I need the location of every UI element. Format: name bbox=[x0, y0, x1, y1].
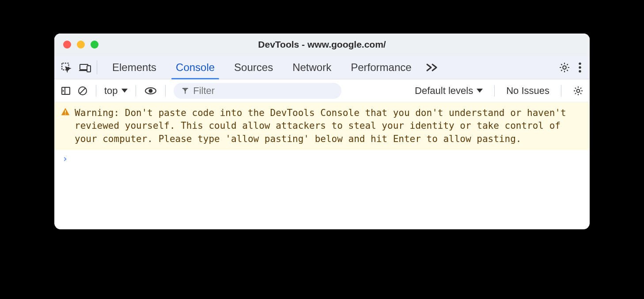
svg-point-5 bbox=[579, 62, 581, 64]
filter-icon bbox=[182, 87, 189, 95]
prompt-chevron-icon: › bbox=[62, 153, 68, 164]
tab-network[interactable]: Network bbox=[283, 56, 341, 79]
issues-counter[interactable]: No Issues bbox=[506, 85, 549, 97]
devtools-window: DevTools - www.google.com/ Elements Cons… bbox=[54, 34, 590, 229]
levels-label: Default levels bbox=[415, 85, 473, 97]
console-warning-row: Warning: Don't paste code into the DevTo… bbox=[54, 102, 590, 150]
clear-console-icon[interactable] bbox=[77, 86, 88, 96]
tab-console[interactable]: Console bbox=[166, 56, 224, 79]
warning-text: Warning: Don't paste code into the DevTo… bbox=[75, 107, 582, 146]
inspect-element-icon[interactable] bbox=[61, 62, 72, 73]
console-settings-icon[interactable] bbox=[573, 86, 583, 96]
console-toolbar: top Default levels bbox=[54, 79, 590, 102]
main-tabs: Elements Console Sources Network Perform… bbox=[54, 56, 590, 79]
context-selector[interactable]: top bbox=[104, 85, 128, 97]
context-label: top bbox=[104, 85, 118, 97]
toggle-sidebar-icon[interactable] bbox=[61, 86, 71, 96]
divider bbox=[494, 85, 495, 97]
inspect-tools bbox=[61, 62, 91, 73]
tab-sources[interactable]: Sources bbox=[224, 56, 283, 79]
minimize-window-button[interactable] bbox=[77, 41, 85, 49]
warning-icon bbox=[61, 107, 70, 116]
svg-rect-17 bbox=[65, 110, 66, 113]
issues-label: No Issues bbox=[506, 85, 549, 97]
svg-marker-12 bbox=[121, 89, 128, 93]
divider bbox=[165, 85, 166, 97]
divider bbox=[97, 60, 97, 75]
svg-point-4 bbox=[563, 66, 566, 69]
log-levels-selector[interactable]: Default levels bbox=[415, 85, 483, 97]
close-window-button[interactable] bbox=[63, 41, 71, 49]
svg-line-11 bbox=[80, 88, 85, 93]
more-tabs-icon[interactable] bbox=[426, 63, 439, 72]
maximize-window-button[interactable] bbox=[91, 41, 98, 49]
tab-performance[interactable]: Performance bbox=[341, 56, 421, 79]
divider bbox=[561, 85, 561, 97]
filter-input[interactable] bbox=[174, 83, 341, 99]
svg-rect-18 bbox=[65, 114, 66, 115]
svg-point-6 bbox=[579, 66, 581, 68]
svg-marker-15 bbox=[477, 89, 483, 93]
svg-point-7 bbox=[579, 70, 581, 72]
titlebar: DevTools - www.google.com/ bbox=[54, 34, 590, 56]
live-expression-icon[interactable] bbox=[144, 86, 157, 95]
dropdown-caret-icon bbox=[121, 89, 128, 93]
window-title: DevTools - www.google.com/ bbox=[54, 39, 590, 50]
settings-icon[interactable] bbox=[559, 62, 570, 73]
tab-elements[interactable]: Elements bbox=[102, 56, 166, 79]
kebab-menu-icon[interactable] bbox=[578, 62, 582, 73]
svg-point-14 bbox=[149, 89, 152, 92]
divider bbox=[136, 85, 136, 97]
traffic-lights bbox=[54, 41, 98, 49]
dropdown-caret-icon bbox=[477, 89, 483, 93]
svg-point-16 bbox=[577, 89, 580, 92]
svg-rect-3 bbox=[87, 66, 91, 72]
filter-text-field[interactable] bbox=[193, 85, 333, 97]
divider bbox=[96, 85, 96, 97]
device-toolbar-icon[interactable] bbox=[79, 62, 91, 73]
console-input-row[interactable]: › bbox=[54, 150, 590, 168]
